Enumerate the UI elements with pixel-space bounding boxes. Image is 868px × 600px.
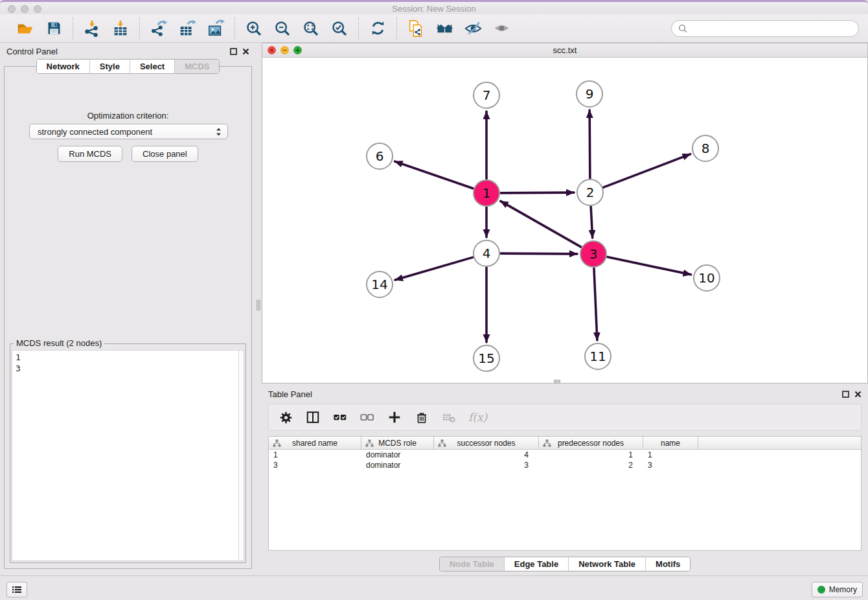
memory-button[interactable]: Memory (812, 582, 863, 597)
deselect-all-checkboxes-icon[interactable] (360, 410, 375, 425)
graph-node-7[interactable]: 7 (473, 82, 500, 109)
graph-node-15[interactable]: 15 (473, 345, 500, 372)
cell-predecessor-nodes[interactable]: 1 (539, 450, 643, 459)
apply-layout-icon[interactable] (368, 19, 387, 38)
tab-node-table[interactable]: Node Table (440, 557, 504, 571)
main-toolbar (0, 14, 868, 43)
table-row-0[interactable]: 1dominator411 (269, 450, 861, 460)
table-close-panel-icon[interactable] (854, 391, 862, 398)
run-mcds-button[interactable]: Run MCDS (58, 146, 122, 162)
column-header-name[interactable]: name (643, 437, 698, 449)
search-input[interactable] (691, 23, 852, 33)
mcds-result-scrollbar[interactable] (238, 351, 244, 560)
table-toolbar: f(x) (268, 404, 862, 431)
mcds-tab-content: Optimization criterion: strongly connect… (4, 66, 252, 569)
cell-name[interactable]: 1 (643, 450, 698, 459)
graph-node-1[interactable]: 1 (473, 179, 500, 207)
window-titlebar: Session: New Session (0, 0, 868, 14)
float-panel-icon[interactable] (230, 48, 237, 55)
show-column-icon[interactable] (305, 410, 321, 425)
horizontal-splitter-handle[interactable] (554, 380, 560, 384)
zoom-out-icon[interactable] (273, 19, 292, 38)
column-header-shared-name[interactable]: shared name (269, 437, 361, 449)
function-builder-icon: f(x) (468, 411, 487, 424)
column-header-MCDS-role[interactable]: MCDS role (361, 437, 434, 449)
tab-mcds[interactable]: MCDS (174, 60, 219, 73)
zoom-selected-icon[interactable] (330, 19, 349, 38)
home-icon[interactable] (435, 19, 454, 38)
graph-node-11[interactable]: 11 (584, 343, 611, 370)
close-panel-icon[interactable] (242, 48, 249, 55)
control-panel-title: Control Panel (6, 47, 58, 56)
graph-node-6[interactable]: 6 (366, 143, 393, 170)
control-panel-tabs: NetworkStyleSelectMCDS (36, 59, 220, 74)
control-panel: Control Panel NetworkStyleSelectMCDS Opt… (0, 43, 256, 575)
tab-network-table[interactable]: Network Table (568, 557, 645, 571)
select-all-checkboxes-icon[interactable] (332, 410, 348, 425)
cell-name[interactable]: 3 (643, 461, 698, 470)
cell-MCDS-role[interactable]: dominator (361, 461, 434, 470)
close-panel-button[interactable]: Close panel (131, 146, 198, 162)
add-column-icon[interactable] (387, 410, 402, 425)
cell-shared-name[interactable]: 1 (269, 450, 361, 459)
save-session-icon[interactable] (44, 19, 63, 38)
delete-column-icon[interactable] (414, 410, 429, 425)
import-network-icon[interactable] (82, 19, 102, 38)
cell-shared-name[interactable]: 3 (269, 461, 361, 470)
status-bar: Memory (0, 575, 868, 600)
open-session-icon[interactable] (16, 19, 35, 38)
node-table-header: shared nameMCDS rolesuccessor nodesprede… (269, 437, 861, 450)
graph-node-3[interactable]: 3 (580, 240, 607, 268)
tab-select[interactable]: Select (130, 60, 174, 73)
cell-successor-nodes[interactable]: 3 (434, 461, 539, 470)
network-window-titlebar[interactable]: scc.txt (262, 43, 867, 58)
table-float-panel-icon[interactable] (842, 391, 849, 398)
table-panel: Table Panel f(x) shared nameMCDS rolesuc… (262, 386, 868, 575)
graph-node-14[interactable]: 14 (366, 271, 393, 298)
graph-nodes-layer: 7968124314101511 (262, 58, 867, 383)
network-canvas[interactable]: 7968124314101511 (262, 58, 867, 383)
table-panel-tabs: Node TableEdge TableNetwork TableMotifs (439, 557, 691, 571)
vertical-splitter-handle[interactable] (257, 300, 260, 310)
table-panel-title: Table Panel (268, 389, 312, 399)
network-view-window: scc.txt 7968124314101511 (262, 43, 868, 384)
tab-style[interactable]: Style (89, 60, 130, 73)
export-table-icon[interactable] (177, 19, 197, 38)
tab-edge-table[interactable]: Edge Table (504, 557, 568, 571)
import-table-icon[interactable] (111, 19, 130, 38)
duplicate-network-icon[interactable] (406, 19, 426, 38)
graph-node-2[interactable]: 2 (577, 179, 604, 206)
criterion-dropdown-value: strongly connected component (38, 127, 215, 137)
network-window-title: scc.txt (262, 45, 867, 55)
zoom-fit-icon[interactable] (301, 19, 321, 38)
graph-node-9[interactable]: 9 (576, 80, 603, 108)
export-network-icon[interactable] (149, 19, 168, 38)
hide-selected-eye-icon[interactable] (463, 19, 483, 38)
graph-node-4[interactable]: 4 (473, 240, 500, 267)
mcds-result-box[interactable]: 1 3 (12, 350, 244, 561)
task-history-button[interactable] (6, 582, 27, 597)
graph-node-8[interactable]: 8 (692, 135, 719, 162)
window-title: Session: New Session (0, 4, 868, 14)
column-header-predecessor-nodes[interactable]: predecessor nodes (539, 437, 643, 449)
column-header-successor-nodes[interactable]: successor nodes (434, 437, 539, 449)
memory-label: Memory (829, 585, 857, 594)
export-image-icon[interactable] (206, 19, 225, 38)
table-row-1[interactable]: 3dominator323 (269, 460, 861, 470)
mcds-result-title: MCDS result (2 nodes) (14, 338, 104, 348)
criterion-dropdown[interactable]: strongly connected component (29, 124, 228, 139)
search-container (671, 20, 859, 37)
cell-predecessor-nodes[interactable]: 2 (539, 461, 643, 470)
show-all-eye-icon[interactable] (492, 19, 511, 38)
cell-MCDS-role[interactable]: dominator (361, 450, 434, 459)
cell-successor-nodes[interactable]: 4 (434, 450, 539, 459)
optimization-criterion-label: Optimization criterion: (5, 111, 251, 121)
search-icon (678, 24, 687, 33)
mcds-result-text: 1 3 (12, 351, 244, 375)
tab-motifs[interactable]: Motifs (645, 557, 690, 571)
search-field[interactable] (671, 20, 859, 37)
tab-network[interactable]: Network (37, 60, 89, 73)
zoom-in-icon[interactable] (244, 19, 264, 38)
settings-gear-icon[interactable] (278, 410, 293, 425)
graph-node-10[interactable]: 10 (693, 264, 720, 292)
